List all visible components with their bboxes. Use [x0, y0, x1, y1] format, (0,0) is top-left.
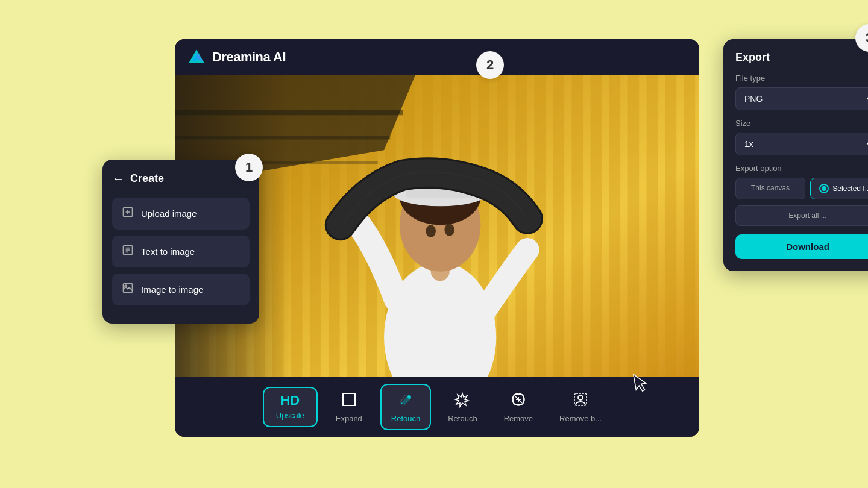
canvas-header: Dreamina AI	[175, 39, 699, 75]
export-option-label: Export option	[735, 164, 868, 173]
size-select[interactable]: 1x ▾	[735, 133, 868, 155]
svg-point-3	[125, 285, 127, 287]
remove-bg-icon	[572, 391, 589, 410]
sidebar-item-image-to-image[interactable]: Image to image	[112, 274, 250, 305]
size-label: Size	[735, 119, 868, 128]
retouch2-button[interactable]: Retouch	[438, 385, 486, 429]
upscale-label: Upscale	[276, 411, 304, 420]
selected-button[interactable]: Selected I...	[810, 178, 868, 199]
expand-button[interactable]: Expand	[325, 385, 373, 429]
svg-point-50	[444, 224, 454, 236]
radio-dot	[822, 186, 826, 191]
export-title: Export	[735, 51, 868, 64]
retouch2-icon	[454, 391, 471, 410]
text-to-image-icon	[122, 244, 134, 259]
svg-point-54	[407, 395, 411, 399]
sidebar-header: ← Create	[112, 172, 250, 186]
svg-point-57	[578, 395, 583, 400]
sidebar-title: Create	[130, 172, 164, 185]
upload-image-label: Upload image	[141, 208, 197, 219]
text-to-image-label: Text to image	[141, 246, 195, 257]
size-value: 1x	[744, 139, 753, 149]
step-badge-1: 1	[235, 154, 263, 181]
sidebar-item-upload[interactable]: Upload image	[112, 198, 250, 230]
retouch-icon	[397, 391, 414, 410]
download-button[interactable]: Download	[735, 234, 868, 259]
file-type-label: File type	[735, 74, 868, 83]
svg-point-49	[426, 225, 436, 237]
remove-bg-button[interactable]: Remove b...	[550, 385, 611, 429]
export-option-row: This canvas Selected I...	[735, 178, 868, 199]
retouch-button[interactable]: Retouch	[380, 384, 431, 430]
logo-icon	[187, 48, 206, 67]
this-canvas-button[interactable]: This canvas	[735, 178, 805, 199]
hd-label: HD	[280, 394, 300, 407]
remove-icon	[510, 391, 527, 410]
remove-label: Remove	[504, 414, 533, 423]
back-button[interactable]: ←	[112, 172, 124, 186]
logo-text: Dreamina AI	[212, 49, 286, 65]
remove-button[interactable]: Remove	[494, 385, 542, 429]
retouch-active-label: Retouch	[391, 414, 420, 423]
image-to-image-label: Image to image	[141, 284, 203, 295]
svg-rect-53	[343, 393, 355, 405]
radio-circle	[819, 184, 829, 193]
upload-icon	[122, 206, 134, 221]
file-type-select[interactable]: PNG ▾	[735, 87, 868, 110]
expand-label: Expand	[336, 414, 362, 423]
expand-icon	[341, 391, 357, 410]
sidebar-panel: ← Create Upload image Text to image	[102, 160, 259, 324]
hd-upscale-button[interactable]: HD Upscale	[263, 387, 318, 427]
retouch2-label: Retouch	[448, 414, 477, 423]
remove-bg-label: Remove b...	[559, 414, 602, 423]
export-panel: Export File type PNG ▾ Size 1x ▾ Export …	[723, 39, 868, 271]
file-type-value: PNG	[744, 94, 763, 104]
sidebar-item-text-to-image[interactable]: Text to image	[112, 236, 250, 267]
step-badge-2: 2	[476, 51, 504, 79]
image-to-image-icon	[122, 282, 134, 297]
bottom-toolbar: HD Upscale Expand	[175, 377, 699, 437]
export-all-button[interactable]: Export all ...	[735, 205, 868, 226]
